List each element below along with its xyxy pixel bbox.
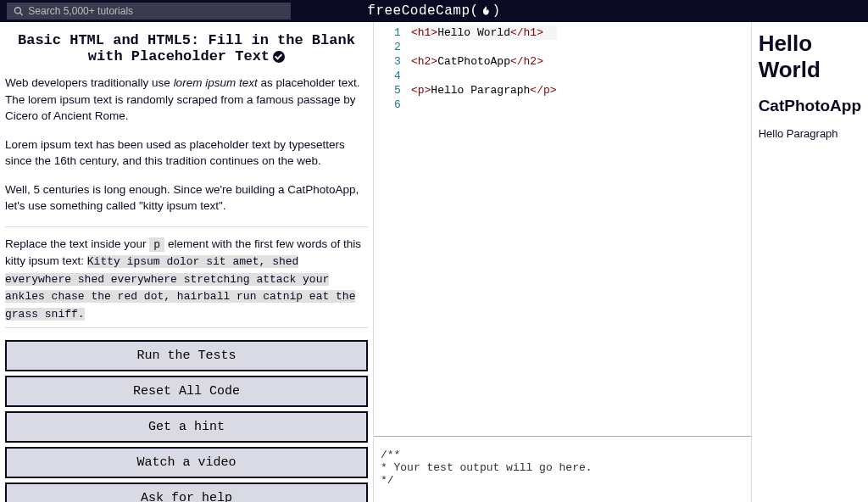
- code-area[interactable]: <h1>Hello World</h1> <h2>CatPhotoApp</h2…: [411, 22, 557, 436]
- code-p: p: [149, 237, 164, 252]
- svg-line-1: [20, 13, 23, 15]
- code-line[interactable]: [411, 40, 557, 54]
- fire-icon: [481, 5, 492, 17]
- line-gutter: 1 2 3 4 5 6: [374, 22, 411, 436]
- code-line[interactable]: <p>Hello Paragraph</p>: [411, 83, 557, 98]
- challenge-title: Basic HTML and HTML5: Fill in the Blank …: [8, 32, 364, 64]
- description-p2: Lorem ipsum text has been used as placeh…: [5, 137, 368, 170]
- description-p1: Web developers traditionally use lorem i…: [5, 75, 368, 125]
- code-line[interactable]: [411, 69, 557, 83]
- divider: [5, 226, 368, 227]
- code-line[interactable]: <h2>CatPhotoApp</h2>: [411, 54, 557, 69]
- divider: [5, 327, 368, 328]
- ask-help-button[interactable]: Ask for help: [5, 482, 368, 502]
- search-input[interactable]: [28, 5, 284, 17]
- brand-logo[interactable]: freeCodeCamp(): [367, 3, 500, 19]
- watch-video-button[interactable]: Watch a video: [5, 447, 368, 478]
- code-line[interactable]: [411, 98, 557, 112]
- preview-panel: Hello World CatPhotoApp Hello Paragraph: [752, 22, 868, 502]
- reset-code-button[interactable]: Reset All Code: [5, 376, 368, 407]
- code-line[interactable]: <h1>Hello World</h1>: [411, 25, 557, 40]
- instructions-panel: Basic HTML and HTML5: Fill in the Blank …: [0, 22, 374, 502]
- preview-h1: Hello World: [759, 31, 861, 83]
- top-nav: freeCodeCamp(): [0, 0, 868, 22]
- instructions: Replace the text inside your p element w…: [5, 236, 368, 323]
- check-icon: [273, 51, 285, 63]
- editor-panel: 1 2 3 4 5 6 <h1>Hello World</h1> <h2>Cat…: [374, 22, 752, 502]
- search-icon: [14, 6, 23, 16]
- code-editor[interactable]: 1 2 3 4 5 6 <h1>Hello World</h1> <h2>Cat…: [374, 22, 751, 436]
- svg-point-0: [14, 8, 20, 14]
- output-pane: /** * Your test output will go here. */: [374, 436, 751, 502]
- description-p3: Well, 5 centuries is long enough. Since …: [5, 181, 368, 215]
- preview-h2: CatPhotoApp: [759, 97, 861, 115]
- brand-text: freeCodeCamp: [367, 3, 470, 19]
- preview-p: Hello Paragraph: [759, 127, 861, 140]
- run-tests-button[interactable]: Run the Tests: [5, 340, 368, 371]
- search-wrap[interactable]: [7, 3, 291, 20]
- get-hint-button[interactable]: Get a hint: [5, 411, 368, 443]
